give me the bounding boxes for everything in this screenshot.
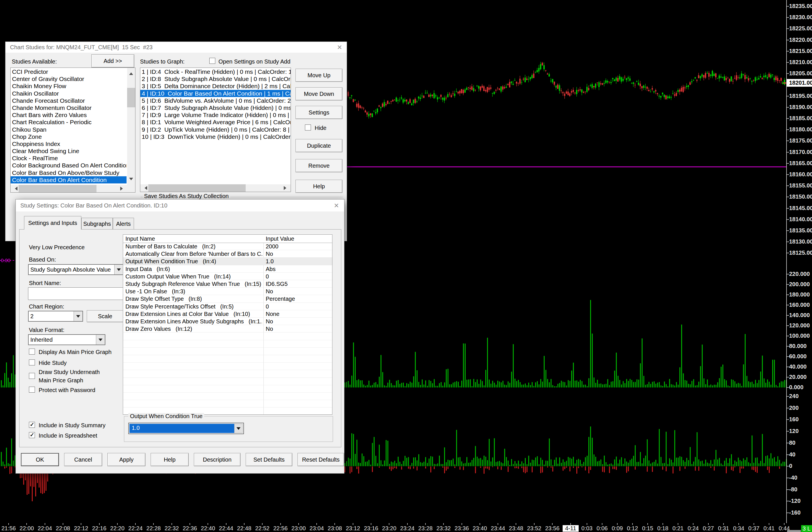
list-item[interactable]: 3 | ID:5 Delta Dominance Detector (Hidde… bbox=[140, 83, 291, 90]
list-item[interactable]: 6 | ID:7 Study Subgraph Absolute Value (… bbox=[140, 104, 291, 111]
help-button[interactable]: Help bbox=[295, 180, 343, 193]
scroll-down-icon[interactable] bbox=[129, 178, 133, 182]
table-row[interactable]: Draw Style Percentage/Ticks Offset (In:5… bbox=[123, 303, 332, 310]
scroll-left-icon[interactable] bbox=[13, 187, 17, 191]
list-item[interactable]: Chande Momentum Oscillator bbox=[11, 104, 127, 111]
move-down-button[interactable]: Move Down bbox=[295, 87, 343, 101]
settings-button[interactable]: Settings bbox=[295, 106, 343, 119]
list-item[interactable]: 8 | ID:1 Volume Weighted Average Price |… bbox=[140, 118, 291, 125]
output-when-condition-true-group: Output When Condition True 1.0 bbox=[124, 416, 333, 442]
list-item[interactable]: Chikou Span bbox=[11, 126, 127, 133]
studies-available-label: Studies Available: bbox=[12, 58, 57, 65]
chevron-down-icon[interactable] bbox=[74, 311, 83, 321]
description-button[interactable]: Description bbox=[194, 453, 241, 466]
help-button[interactable]: Help bbox=[150, 453, 189, 466]
list-item[interactable]: Chaikin Money Flow bbox=[11, 83, 127, 90]
cancel-button[interactable]: Cancel bbox=[64, 453, 102, 466]
studies-to-graph-listbox[interactable]: 1 | ID:4 Clock - RealTime (Hidden) | 0 m… bbox=[140, 68, 291, 192]
apply-button[interactable]: Apply bbox=[107, 453, 145, 466]
list-item[interactable]: 4 | ID:10 Color Bar Based On Alert Condi… bbox=[140, 90, 291, 97]
list-item[interactable]: 5 | ID:6 BidVolume vs. AskVolume | 0 ms … bbox=[140, 97, 291, 104]
table-row[interactable]: Automatically Clear from Before 'Number … bbox=[123, 250, 332, 257]
table-row[interactable]: Input Data (In:6)Abs bbox=[123, 265, 332, 273]
open-settings-checkbox[interactable] bbox=[209, 58, 215, 64]
list-item[interactable]: Clear Method Swing Line bbox=[11, 147, 127, 154]
duplicate-button[interactable]: Duplicate bbox=[295, 139, 343, 152]
tab-subgraphs[interactable]: Subgraphs bbox=[81, 218, 113, 230]
add-study-button[interactable]: Add >> bbox=[91, 54, 134, 68]
axis-tick bbox=[298, 523, 299, 525]
table-row[interactable]: Number of Bars to Calculate (In:2)2000 bbox=[123, 243, 332, 250]
scrollbar-thumb[interactable] bbox=[19, 185, 97, 192]
scale-button[interactable]: Scale bbox=[87, 310, 124, 322]
close-icon[interactable]: ✕ bbox=[335, 44, 344, 51]
list-item[interactable]: 1 | ID:4 Clock - RealTime (Hidden) | 0 m… bbox=[140, 68, 291, 75]
set-defaults-button[interactable]: Set Defaults bbox=[246, 453, 292, 466]
include-in-study-summary-checkbox[interactable] bbox=[29, 422, 35, 428]
list-item[interactable]: Color Bar Based On Above/Below Study bbox=[11, 169, 127, 176]
chevron-down-icon[interactable] bbox=[114, 265, 123, 275]
list-item[interactable]: Color Background Based On Alert Conditio… bbox=[11, 162, 127, 169]
move-up-button[interactable]: Move Up bbox=[295, 69, 343, 82]
list-item[interactable]: Choppiness Index bbox=[11, 140, 127, 147]
scroll-right-icon[interactable] bbox=[284, 186, 288, 190]
price-tick-label: 18190.00 bbox=[789, 104, 812, 110]
list-item[interactable]: 2 | ID:8 Study Subgraph Absolute Value |… bbox=[140, 75, 291, 83]
list-item[interactable]: Center of Gravity Oscillator bbox=[11, 75, 127, 83]
time-axis[interactable]: 21:5622:0022:0422:0822:1222:1622:2022:24… bbox=[0, 523, 812, 532]
list-item[interactable]: Chaikin Oscillator bbox=[11, 90, 127, 97]
list-item[interactable]: 7 | ID:9 Large Volume Trade Indicator (H… bbox=[140, 111, 291, 118]
table-row[interactable]: Study Subgraph Reference Value When True… bbox=[123, 280, 332, 287]
display-as-main-price-graph-checkbox[interactable] bbox=[29, 349, 35, 355]
ok-button[interactable]: OK bbox=[21, 453, 59, 466]
input-value-cell: ID6.SG5 bbox=[266, 281, 288, 287]
table-row[interactable]: Output When Condition True (In:4)1.0 bbox=[123, 257, 332, 265]
table-row[interactable]: Draw Extension Lines at Color Bar Value … bbox=[123, 310, 332, 317]
chevron-down-icon[interactable] bbox=[234, 424, 243, 433]
chevron-down-icon[interactable] bbox=[96, 335, 105, 344]
price-scale[interactable]: 18235.0018230.0018225.0018220.0018215.00… bbox=[787, 0, 812, 532]
studies-available-listbox[interactable]: CCI PredictorCenter of Gravity Oscillato… bbox=[10, 68, 135, 193]
chart-region-select[interactable]: 2 bbox=[28, 311, 83, 322]
table-row[interactable]: Custom Output Value When True (In:14)0 bbox=[123, 273, 332, 280]
value-format-select[interactable]: Inherited bbox=[28, 334, 105, 345]
table-row[interactable]: Draw Style Offset Type (In:8)Percentage bbox=[123, 295, 332, 302]
scroll-left-icon[interactable] bbox=[143, 186, 147, 190]
scrollbar-thumb[interactable] bbox=[127, 88, 135, 107]
list-item[interactable]: Color Bar Based On Alert Condition bbox=[11, 176, 127, 183]
tab-settings-and-inputs[interactable]: Settings and Inputs bbox=[24, 216, 81, 230]
table-row[interactable]: Use -1 On False (In:3)No bbox=[123, 287, 332, 295]
horizontal-scrollbar[interactable] bbox=[11, 185, 127, 192]
list-item[interactable]: 10 | ID:3 DownTick Volume (Hidden) | 0 m… bbox=[140, 133, 291, 140]
tab-alerts[interactable]: Alerts bbox=[113, 218, 134, 230]
list-item[interactable]: Chop Zone bbox=[11, 133, 127, 140]
precedence-label: Very Low Precedence bbox=[29, 244, 85, 251]
list-item[interactable]: 9 | ID:2 UpTick Volume (Hidden) | 0 ms |… bbox=[140, 126, 291, 133]
scroll-right-icon[interactable] bbox=[120, 187, 125, 191]
list-item[interactable]: CCI Predictor bbox=[11, 68, 127, 75]
inputs-table[interactable]: Input Name Input Value Number of Bars to… bbox=[123, 234, 332, 415]
list-item[interactable]: Chande Forecast Oscillator bbox=[11, 97, 127, 104]
short-name-input[interactable] bbox=[28, 287, 124, 300]
reset-defaults-button[interactable]: Reset Defaults bbox=[298, 453, 344, 466]
draw-study-underneath-checkbox[interactable] bbox=[29, 373, 35, 379]
close-icon[interactable]: ✕ bbox=[332, 202, 341, 210]
scrollbar-thumb[interactable] bbox=[148, 184, 246, 192]
based-on-select[interactable]: Study Subgraph Absolute Value bbox=[28, 264, 124, 275]
vertical-scrollbar[interactable] bbox=[127, 68, 135, 185]
horizontal-scrollbar[interactable] bbox=[140, 184, 291, 192]
list-item[interactable]: Clock - RealTime bbox=[11, 154, 127, 162]
input-value-cell: 0 bbox=[266, 273, 269, 280]
hide-study-checkbox[interactable] bbox=[29, 359, 35, 366]
scroll-up-icon[interactable] bbox=[129, 70, 133, 75]
hide-checkbox[interactable] bbox=[305, 124, 311, 131]
remove-button[interactable]: Remove bbox=[295, 159, 343, 172]
output-value-select[interactable]: 1.0 bbox=[128, 423, 244, 434]
include-in-spreadsheet-checkbox[interactable] bbox=[29, 432, 35, 438]
list-item[interactable]: Chart Bars with Zero Values bbox=[11, 111, 127, 118]
input-name-cell: Output When Condition True (In:4) bbox=[126, 258, 262, 265]
table-row[interactable]: Draw Zero Values (In:12)No bbox=[123, 325, 332, 332]
protect-with-password-checkbox[interactable] bbox=[29, 387, 35, 393]
list-item[interactable]: Chart Recalculation - Periodic bbox=[11, 118, 127, 125]
table-row[interactable]: Draw Extension Lines Above Study Subgrap… bbox=[123, 317, 332, 325]
